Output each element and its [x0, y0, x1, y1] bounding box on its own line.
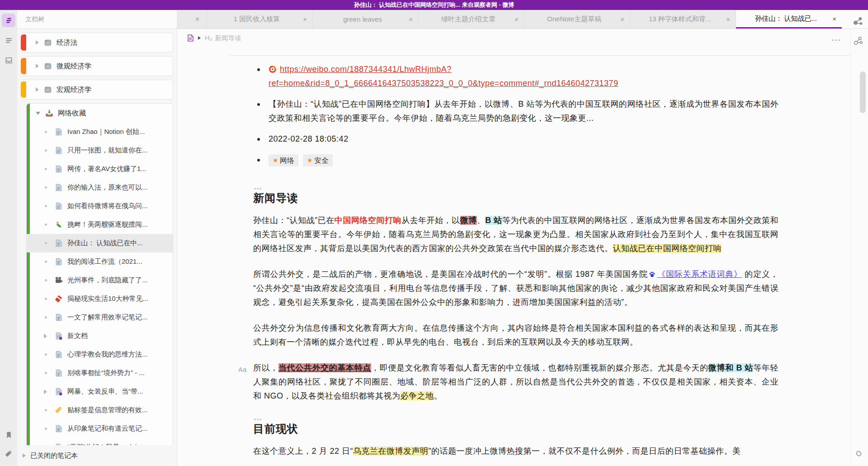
doc-tree-item[interactable]: 新文档	[27, 327, 173, 345]
doc-bullet	[45, 149, 47, 152]
notebook-card[interactable]: 宏观经济学	[21, 80, 173, 100]
notebook-name: 宏观经济学	[57, 85, 92, 95]
list-item-source-link[interactable]: https://weibo.com/1887344341/LhwRHjmbA?r…	[253, 62, 778, 90]
paragraph[interactable]: 孙佳山：“认知战”已在中国网络空间打响从去年开始，以微博、B 站等为代表的中国互…	[253, 214, 778, 256]
document-icon	[55, 165, 62, 173]
doc-tree-item[interactable]: 只用一张图，就知道你在...	[27, 141, 173, 160]
breadcrumb-heading-mark: H₃	[205, 34, 212, 42]
tab-guomin-shouru[interactable]: 1 国民收入核算 ×	[207, 10, 313, 29]
file-tree-dock-button[interactable]	[2, 14, 15, 27]
doc-tree-item[interactable]: “蓝湖”你好！我是 welai	[27, 438, 173, 445]
close-icon[interactable]: ×	[409, 15, 413, 23]
doc-tree-item[interactable]: 别啥事都扯“境外势力” - ...	[27, 364, 173, 382]
doc-tree-item[interactable]: 一文了解常用效率记笔记...	[27, 308, 173, 327]
notebook-card[interactable]: 经济法	[21, 33, 173, 52]
breadcrumb-heading-label[interactable]: 新闻导读	[215, 34, 241, 43]
document-icon	[55, 147, 62, 154]
doc-tree-item[interactable]: 挑衅！美两艘驱逐舰擅闯...	[27, 215, 173, 234]
section-heading[interactable]: 新闻导读	[253, 191, 778, 205]
doc-tree-item[interactable]: Ivan Zhao｜Notion 创始...	[27, 123, 173, 141]
doc-tree-item[interactable]: 如何看待微博将在俄乌问...	[27, 197, 173, 215]
close-icon[interactable]: ×	[620, 15, 624, 23]
collapse-arrow-icon[interactable]	[36, 112, 40, 115]
paragraph[interactable]: 公共外交分为信息传播和文化教育两大方向。在信息传播这个方向，其内容始终是符合相关…	[253, 321, 778, 349]
inbox-dock-button[interactable]	[2, 53, 15, 67]
tab-font-styles[interactable]: 13 种字体样式和背... ×	[630, 10, 736, 29]
doc-bullet	[45, 316, 47, 319]
doc-tree-item[interactable]: 网暴、女装反串、当“带...	[27, 382, 173, 401]
editor-scrollbar-thumb[interactable]	[860, 71, 866, 113]
right-dock-divider	[850, 29, 851, 466]
closed-notebooks-bar[interactable]: 已关闭的笔记本	[17, 445, 177, 466]
paragraph[interactable]: 在这个意义上，2 月 22 日“乌克兰在微博发声明”的话题一度冲上微博热搜第一，…	[253, 444, 778, 458]
list-item-tags[interactable]: ★网络★安全	[253, 153, 778, 167]
doc-tree-item[interactable]: 你的输入法，原来也可以...	[27, 178, 173, 197]
outline-dock-button[interactable]	[2, 33, 15, 47]
close-icon[interactable]: ×	[514, 15, 519, 23]
doc-bullet	[45, 409, 47, 411]
document-content[interactable]: https://weibo.com/1887344341/LhwRHjmbA?r…	[253, 62, 778, 466]
tag-chip[interactable]: ★安全	[303, 154, 333, 166]
notebook-name: 网络收藏	[58, 109, 86, 118]
paragraph[interactable]: Aa所以，当代公共外交的基本特点，即便是文化教育等看似人畜无害的中立领域，也都特…	[253, 361, 778, 403]
editor-pane: H₃ 新闻导读 ⋯ https://weibo.com/1887344341/L…	[177, 29, 868, 466]
doc-tree-item[interactable]: 从印象笔记和有道云笔记...	[27, 419, 173, 438]
font-style-gutter-marker[interactable]: Aa	[238, 363, 247, 377]
document-tree-panel: 文档树 经济法 微观经济学	[17, 10, 177, 466]
outline-icon	[5, 36, 13, 45]
doc-bullet	[45, 168, 47, 170]
star-icon: ★	[273, 153, 278, 167]
doc-tree-item[interactable]: 揭秘现实生活10大种常见...	[27, 290, 173, 308]
notebook-color-tag	[21, 81, 26, 98]
collapse-arrow-icon[interactable]	[36, 87, 39, 92]
list-item-summary[interactable]: 【孙佳山：“认知战”已在中国网络空间打响】从去年开始，以微博、B 站等为代表的中…	[253, 97, 778, 125]
document-tree-header: 文档树	[17, 10, 177, 29]
graph-view-button[interactable]	[853, 16, 863, 26]
tab-onenote-draft[interactable]: OneNote主题草稿 ×	[524, 10, 630, 29]
block-handle-icon[interactable]	[254, 188, 778, 190]
notebook-card[interactable]: 微观经济学	[21, 56, 173, 76]
section-heading[interactable]: 目前现状	[253, 422, 778, 436]
tab-partial[interactable]: ×	[177, 10, 207, 29]
backlink-panel-button[interactable]	[854, 449, 863, 458]
collapse-arrow-icon[interactable]	[44, 334, 47, 338]
doc-tree-item[interactable]: 心理学教会我的思维方法...	[27, 345, 173, 364]
doc-tree-item[interactable]: 我的阅读工作流（2021...	[27, 252, 173, 271]
global-graph-button[interactable]	[853, 36, 863, 46]
notebook-row[interactable]: 网络收藏	[27, 104, 173, 123]
doc-tree-item[interactable]: 贴标签是信息管理的有效...	[27, 401, 173, 419]
doc-tree-item-selected[interactable]: 孙佳山： 认知战已在中...	[27, 234, 173, 252]
left-dock-rail	[0, 10, 17, 466]
document-tree: 经济法 微观经济学 宏观经济学	[17, 29, 177, 445]
pink-highlight-underline-text: 当代公共外交的基本特点	[278, 363, 371, 372]
window-titlebar: 孙佳山： 认知战已在中国网络空间打响... 来自观察者网 - 微博	[0, 0, 868, 10]
doc-bullet	[45, 298, 47, 300]
breadcrumb[interactable]: H₃ 新闻导读	[177, 29, 868, 47]
inbox-icon	[5, 56, 13, 65]
collapse-arrow-icon[interactable]	[36, 64, 39, 68]
close-icon[interactable]: ×	[832, 15, 836, 23]
close-icon[interactable]: ×	[195, 15, 199, 24]
collapse-arrow-icon[interactable]	[44, 390, 47, 394]
doc-tree-item[interactable]: 网传，著名AV女优赚了1...	[27, 160, 173, 178]
cyan-highlight-text: 微博和 B 站	[708, 363, 753, 372]
collapse-arrow-icon[interactable]	[36, 40, 39, 45]
bookmark-dock-button[interactable]	[2, 428, 15, 442]
weibo-url-link[interactable]: https://weibo.com/1887344341/LhwRHjmbA?r…	[269, 65, 618, 88]
paragraph[interactable]: 所谓公共外交，是二战后的产物，更准确地说，是美国在冷战时代的一个“发明”。根据 …	[253, 267, 778, 309]
block-handle-icon[interactable]	[254, 418, 778, 420]
tab-lvye-theme[interactable]: 绿叶主题介绍文章 ×	[419, 10, 524, 29]
dictionary-link[interactable]: 《国际关系术语词典》	[657, 270, 742, 279]
more-options-icon[interactable]: ⋯	[831, 36, 841, 43]
tab-sunjiashan-active[interactable]: 孙佳山： 认知战已... ×	[736, 10, 842, 29]
doc-bullet	[45, 186, 47, 189]
notebook-card-expanded: 网络收藏 Ivan Zhao｜Notion 创始... 只用一张图，就知道你在.…	[26, 103, 173, 445]
list-item-datetime[interactable]: 2022-02-28 18:05:42	[253, 132, 778, 146]
document-icon	[55, 258, 62, 266]
tag-dock-button[interactable]	[2, 447, 15, 461]
tab-green-leaves[interactable]: green leaves ×	[313, 10, 419, 29]
tag-chip[interactable]: ★网络	[269, 154, 298, 166]
doc-tree-item[interactable]: 光州事件，到底隐藏了了...	[27, 271, 173, 290]
close-icon[interactable]: ×	[726, 15, 730, 23]
close-icon[interactable]: ×	[303, 15, 307, 23]
